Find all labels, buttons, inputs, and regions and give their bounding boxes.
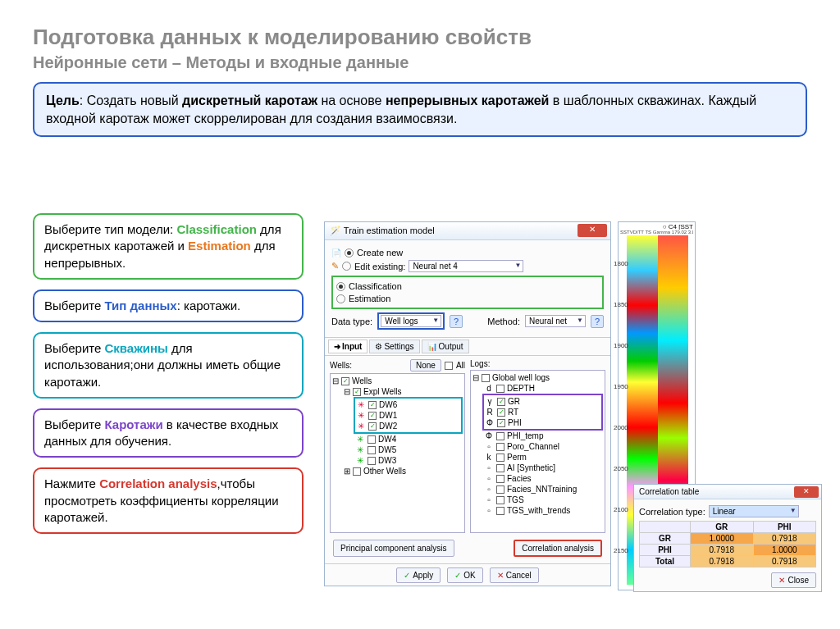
model-type-group: Classification Estimation (331, 276, 604, 309)
arrow-icon: ➜ (334, 342, 340, 351)
datatype-label: Data type: (331, 317, 372, 326)
dialog-title-text: Train estimation model (344, 226, 435, 235)
tab-output[interactable]: 📊Output (422, 340, 469, 353)
help-icon[interactable]: ? (450, 315, 463, 328)
dialog-tabs: ➜Input Settings 📊Output (325, 337, 610, 356)
corr-type-select[interactable]: Linear (709, 505, 799, 517)
apply-button[interactable]: ✓Apply (396, 567, 441, 583)
radio-estimation[interactable] (336, 294, 345, 303)
pca-button[interactable]: Principal component analysis (333, 540, 454, 557)
corr-titlebar[interactable]: Correlation table ✕ (634, 485, 821, 499)
tab-input[interactable]: ➜Input (328, 340, 368, 353)
chart-icon: 📊 (427, 342, 437, 351)
dialog-titlebar[interactable]: 🪄 Train estimation model ✕ (325, 222, 610, 240)
correlation-table-dialog: Correlation table ✕ Correlation type: Li… (633, 484, 822, 592)
edit-existing-select[interactable]: Neural net 4 (409, 260, 523, 272)
help-icon[interactable]: ? (591, 315, 604, 328)
method-select[interactable]: Neural net (525, 315, 586, 327)
cancel-button[interactable]: ✕Cancel (490, 567, 539, 583)
logs-label: Logs: (470, 359, 490, 368)
pencil-icon (331, 261, 339, 271)
slide-title: Подготовка данных к моделированию свойст… (0, 0, 840, 50)
correlation-table: GRPHI GR1.00000.7918 PHI0.79181.0000 Tot… (639, 521, 816, 567)
wells-tree[interactable]: ⊟Wells ⊟Expl Wells ✳DW6 ✳DW1 ✳DW2 ✳DW4 ✳… (330, 373, 465, 533)
wand-icon: 🪄 (330, 226, 341, 235)
logs-tree[interactable]: ⊟Global well logs dDEPTH γGR RRT ΦPHI ΦP… (470, 370, 605, 533)
close-icon[interactable]: ✕ (794, 486, 819, 498)
method-label: Method: (487, 317, 520, 326)
edit-existing-label: Edit existing: (354, 262, 405, 271)
tip-logs: Выберите Каротажи в качестве входных дан… (33, 408, 304, 458)
checkbox-all-wells[interactable] (445, 362, 453, 370)
track-meta: SSTVDITT TS Gamma 179.02 3.8457 Porosity… (620, 230, 693, 235)
train-estimation-dialog: 🪄 Train estimation model ✕ Create new Ed… (324, 221, 611, 586)
create-new-label: Create new (357, 248, 403, 258)
correlation-analysis-button[interactable]: Correlation analysis (514, 540, 602, 557)
close-icon[interactable]: ✕ (578, 224, 607, 237)
radio-classification[interactable] (336, 282, 345, 291)
wells-none-button[interactable]: None (410, 359, 441, 371)
corr-type-label: Correlation type: (639, 507, 705, 517)
ok-button[interactable]: ✓OK (447, 567, 482, 583)
slide-subtitle: Нейронные сети – Методы и входные данные (0, 50, 840, 72)
gear-icon (375, 342, 382, 351)
tip-wells: Выберите Скважины для использования;они … (33, 332, 304, 399)
corr-title-text: Correlation table (639, 487, 699, 496)
tab-settings[interactable]: Settings (369, 340, 419, 353)
datatype-select[interactable]: Well logs (381, 315, 441, 327)
radio-edit-existing[interactable] (342, 262, 351, 271)
goal-prefix: Цель (46, 93, 80, 107)
goal-box: Цель: Создать новый дискретный каротаж н… (33, 82, 807, 137)
tip-model-type: Выберите тип модели: Classification для … (33, 213, 304, 280)
radio-create-new[interactable] (345, 248, 354, 258)
tip-correlation: Нажмите Correlation analysis,чтобы просм… (33, 467, 304, 534)
wells-label: Wells: (330, 361, 352, 370)
corr-close-button[interactable]: ✕Close (771, 572, 816, 588)
doc-icon (331, 248, 341, 258)
tip-data-type: Выберите Тип данных: каротажи. (33, 289, 304, 322)
